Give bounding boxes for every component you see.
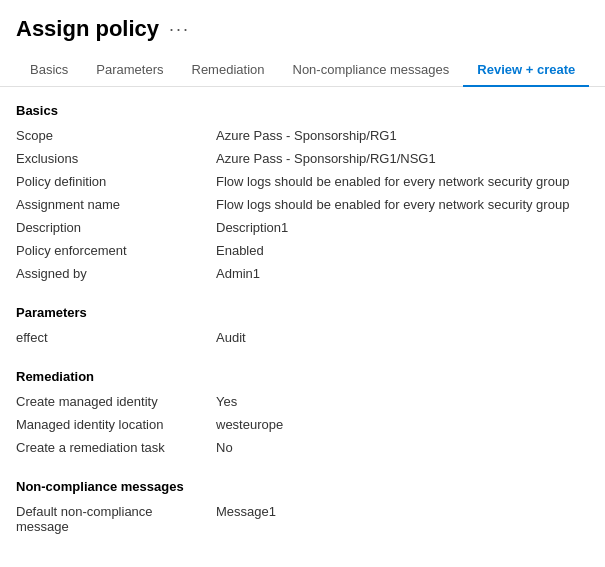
tab-parameters[interactable]: Parameters bbox=[82, 54, 177, 87]
section-remediation: Remediation Create managed identity Yes … bbox=[16, 369, 589, 459]
page-header: Assign policy ··· bbox=[0, 0, 605, 54]
section-parameters: Parameters effect Audit bbox=[16, 305, 589, 349]
field-assigned-by: Assigned by Admin1 bbox=[16, 262, 589, 285]
field-exclusions: Exclusions Azure Pass - Sponsorship/RG1/… bbox=[16, 147, 589, 170]
field-effect-value: Audit bbox=[216, 330, 589, 345]
section-remediation-title: Remediation bbox=[16, 369, 589, 384]
field-assigned-by-value: Admin1 bbox=[216, 266, 589, 281]
field-create-managed-identity-value: Yes bbox=[216, 394, 589, 409]
field-effect-label: effect bbox=[16, 330, 216, 345]
tab-basics[interactable]: Basics bbox=[16, 54, 82, 87]
field-description-label: Description bbox=[16, 220, 216, 235]
field-scope-label: Scope bbox=[16, 128, 216, 143]
field-effect: effect Audit bbox=[16, 326, 589, 349]
field-description-value: Description1 bbox=[216, 220, 589, 235]
ellipsis-menu-button[interactable]: ··· bbox=[169, 20, 190, 38]
field-assignment-name: Assignment name Flow logs should be enab… bbox=[16, 193, 589, 216]
field-managed-identity-location-label: Managed identity location bbox=[16, 417, 216, 432]
field-policy-definition: Policy definition Flow logs should be en… bbox=[16, 170, 589, 193]
field-default-non-compliance-message-value: Message1 bbox=[216, 504, 589, 534]
page-title: Assign policy bbox=[16, 16, 159, 42]
field-create-remediation-task: Create a remediation task No bbox=[16, 436, 589, 459]
tabs-bar: Basics Parameters Remediation Non-compli… bbox=[0, 54, 605, 87]
section-basics-title: Basics bbox=[16, 103, 589, 118]
field-policy-enforcement-label: Policy enforcement bbox=[16, 243, 216, 258]
field-scope-value: Azure Pass - Sponsorship/RG1 bbox=[216, 128, 589, 143]
field-assignment-name-value: Flow logs should be enabled for every ne… bbox=[216, 197, 589, 212]
section-basics: Basics Scope Azure Pass - Sponsorship/RG… bbox=[16, 103, 589, 285]
field-exclusions-label: Exclusions bbox=[16, 151, 216, 166]
field-exclusions-value: Azure Pass - Sponsorship/RG1/NSG1 bbox=[216, 151, 589, 166]
content-area: Basics Scope Azure Pass - Sponsorship/RG… bbox=[0, 87, 605, 567]
field-policy-definition-label: Policy definition bbox=[16, 174, 216, 189]
section-parameters-title: Parameters bbox=[16, 305, 589, 320]
field-default-non-compliance-message-label: Default non-compliance message bbox=[16, 504, 216, 534]
field-managed-identity-location-value: westeurope bbox=[216, 417, 589, 432]
tab-remediation[interactable]: Remediation bbox=[178, 54, 279, 87]
section-non-compliance-title: Non-compliance messages bbox=[16, 479, 589, 494]
field-scope: Scope Azure Pass - Sponsorship/RG1 bbox=[16, 124, 589, 147]
field-create-remediation-task-label: Create a remediation task bbox=[16, 440, 216, 455]
field-assignment-name-label: Assignment name bbox=[16, 197, 216, 212]
field-create-managed-identity: Create managed identity Yes bbox=[16, 390, 589, 413]
field-managed-identity-location: Managed identity location westeurope bbox=[16, 413, 589, 436]
field-policy-enforcement-value: Enabled bbox=[216, 243, 589, 258]
field-policy-definition-value: Flow logs should be enabled for every ne… bbox=[216, 174, 589, 189]
section-non-compliance: Non-compliance messages Default non-comp… bbox=[16, 479, 589, 538]
field-description: Description Description1 bbox=[16, 216, 589, 239]
field-default-non-compliance-message: Default non-compliance message Message1 bbox=[16, 500, 589, 538]
field-policy-enforcement: Policy enforcement Enabled bbox=[16, 239, 589, 262]
tab-review-create[interactable]: Review + create bbox=[463, 54, 589, 87]
field-create-remediation-task-value: No bbox=[216, 440, 589, 455]
field-create-managed-identity-label: Create managed identity bbox=[16, 394, 216, 409]
field-assigned-by-label: Assigned by bbox=[16, 266, 216, 281]
tab-non-compliance[interactable]: Non-compliance messages bbox=[279, 54, 464, 87]
